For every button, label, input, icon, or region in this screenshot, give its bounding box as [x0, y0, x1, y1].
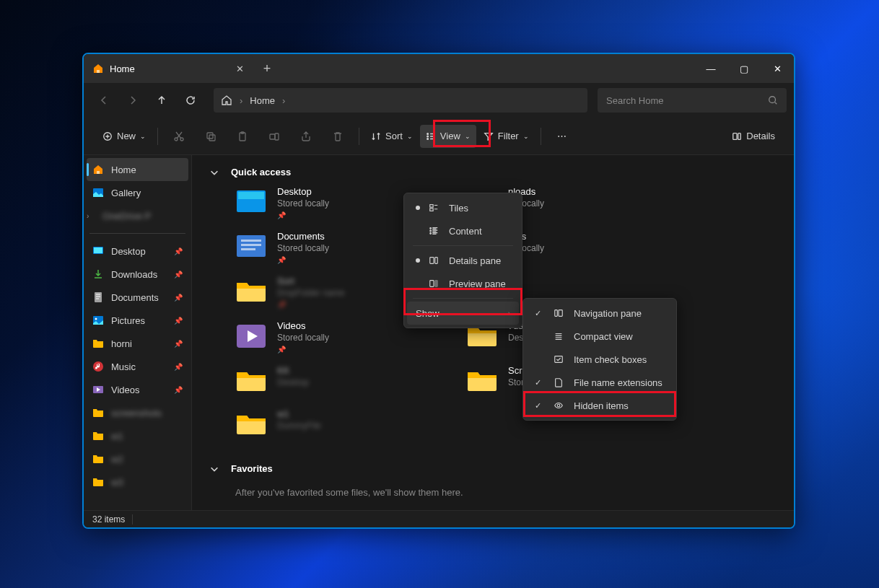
sidebar-item-horni[interactable]: horni📌: [87, 332, 188, 355]
menu-item-tiles[interactable]: Tiles: [407, 196, 519, 219]
search-icon: [768, 95, 778, 105]
window-controls: — ▢ ✕: [694, 54, 794, 83]
menu-item-item-check-boxes[interactable]: Item check boxes: [526, 348, 673, 371]
svg-point-10: [427, 133, 429, 134]
sidebar-item-blurred[interactable]: w3: [87, 470, 188, 493]
sidebar-item-home[interactable]: Home: [87, 158, 188, 181]
title-bar: Home ✕ + — ▢ ✕: [84, 54, 794, 83]
svg-rect-36: [430, 258, 434, 264]
back-button[interactable]: [91, 87, 117, 113]
breadcrumb-item[interactable]: Home: [250, 95, 275, 106]
sidebar-item-music[interactable]: Music📌: [87, 355, 188, 378]
pin-icon: 📌: [174, 294, 183, 302]
item-blurred[interactable]: w1DummyFile: [235, 405, 423, 443]
more-button[interactable]: ⋯: [547, 125, 577, 148]
maximize-button[interactable]: ▢: [727, 54, 761, 83]
minimize-button[interactable]: —: [694, 54, 727, 83]
pin-icon: 📌: [174, 363, 183, 371]
svg-point-43: [557, 404, 560, 407]
menu-item-preview-pane[interactable]: Preview pane: [407, 272, 519, 295]
search-box[interactable]: Search Home: [598, 88, 787, 113]
svg-rect-8: [270, 134, 275, 139]
svg-rect-24: [238, 192, 264, 199]
sidebar-item-blurred[interactable]: screenshots: [87, 401, 188, 424]
svg-rect-9: [275, 133, 279, 140]
sidebar-item-onedrive[interactable]: ›OneDrive P: [87, 204, 188, 227]
address-row: › Home › Search Home: [84, 83, 794, 118]
explorer-window: Home ✕ + — ▢ ✕ › Home › Search Home: [82, 53, 795, 529]
svg-rect-32: [430, 209, 433, 211]
pin-icon: 📌: [174, 317, 183, 325]
group-favorites: Favorites After you've favorited some fi…: [209, 457, 777, 505]
toolbar: New ⌄ Sort ⌄ View ⌄ Filter ⌄ ⋯: [84, 118, 794, 155]
sidebar-item-documents[interactable]: Documents📌: [87, 286, 188, 309]
chevron-down-icon: ⌄: [465, 133, 471, 140]
pin-icon: 📌: [174, 247, 183, 255]
breadcrumb-home-icon: [221, 95, 232, 106]
sort-button[interactable]: Sort ⌄: [365, 125, 419, 148]
item-blurred[interactable]: KKDesktop: [235, 362, 423, 400]
sidebar-item-downloads[interactable]: Downloads📌: [87, 263, 188, 286]
svg-point-11: [427, 136, 429, 137]
nav-buttons: [91, 87, 204, 113]
svg-point-35: [430, 233, 432, 234]
menu-item-file-name-extensions[interactable]: ✓File name extensions: [526, 371, 673, 394]
view-button[interactable]: View ⌄: [420, 125, 476, 148]
sidebar-item-desktop[interactable]: Desktop📌: [87, 240, 188, 263]
group-header[interactable]: Favorites: [209, 457, 777, 480]
sidebar-item-blurred[interactable]: w1: [87, 424, 188, 447]
view-menu: Tiles Content Details pane Preview pane …: [403, 193, 522, 328]
menu-item-content[interactable]: Content: [407, 219, 519, 242]
chevron-down-icon: ⌄: [523, 133, 529, 140]
menu-item-navigation-pane[interactable]: ✓Navigation pane: [526, 302, 673, 325]
details-button[interactable]: Details: [726, 125, 781, 148]
tab-home[interactable]: Home ✕: [84, 54, 253, 83]
tab-close-icon[interactable]: ✕: [236, 63, 244, 74]
forward-button[interactable]: [120, 87, 146, 113]
sidebar-item-pictures[interactable]: Pictures📌: [87, 309, 188, 332]
refresh-button[interactable]: [178, 87, 204, 113]
tab-label: Home: [110, 63, 135, 74]
favorites-empty-text: After you've favorited some files, we'll…: [209, 480, 777, 505]
pin-icon: 📌: [174, 386, 183, 394]
sidebar-item-blurred[interactable]: w2: [87, 447, 188, 470]
menu-item-show[interactable]: Show›: [407, 302, 519, 325]
sidebar-item-gallery[interactable]: Gallery: [87, 181, 188, 204]
breadcrumb[interactable]: › Home ›: [214, 88, 587, 113]
new-button[interactable]: New ⌄: [97, 125, 152, 148]
item-documents[interactable]: DocumentsStored locally📌: [235, 228, 423, 267]
sidebar-item-videos[interactable]: Videos📌: [87, 378, 188, 401]
chevron-right-icon: ›: [282, 95, 285, 106]
home-icon: [92, 63, 104, 74]
svg-point-33: [430, 228, 432, 229]
menu-item-details-pane[interactable]: Details pane: [407, 249, 519, 272]
item-blurred[interactable]: SortDropFolder name📌: [235, 273, 423, 312]
svg-rect-17: [94, 247, 102, 253]
new-tab-button[interactable]: +: [253, 54, 281, 83]
svg-rect-37: [435, 258, 438, 264]
menu-item-compact-view[interactable]: Compact view: [526, 325, 673, 348]
chevron-right-icon: ›: [508, 310, 510, 317]
delete-button[interactable]: [323, 125, 353, 148]
item-videos[interactable]: VideosStored locally📌: [235, 317, 423, 356]
item-desktop[interactable]: DesktopStored locally📌: [235, 183, 423, 222]
svg-rect-18: [95, 292, 102, 302]
svg-rect-42: [555, 356, 563, 363]
status-bar: 32 items: [84, 510, 794, 527]
chevron-down-icon: ⌄: [140, 133, 146, 140]
rename-button[interactable]: [259, 125, 289, 148]
up-button[interactable]: [149, 87, 175, 113]
close-button[interactable]: ✕: [761, 54, 794, 83]
search-placeholder: Search Home: [606, 95, 761, 106]
share-button[interactable]: [291, 125, 321, 148]
group-header[interactable]: Quick access: [209, 161, 777, 183]
svg-rect-38: [430, 281, 434, 287]
cut-button[interactable]: [164, 125, 194, 148]
paste-button[interactable]: [227, 125, 258, 148]
copy-button[interactable]: [196, 125, 226, 148]
item-count: 32 items: [92, 514, 125, 525]
filter-button[interactable]: Filter ⌄: [478, 125, 535, 148]
svg-rect-40: [555, 310, 558, 317]
svg-rect-41: [559, 310, 562, 317]
menu-item-hidden-items[interactable]: ✓Hidden items: [526, 394, 673, 417]
